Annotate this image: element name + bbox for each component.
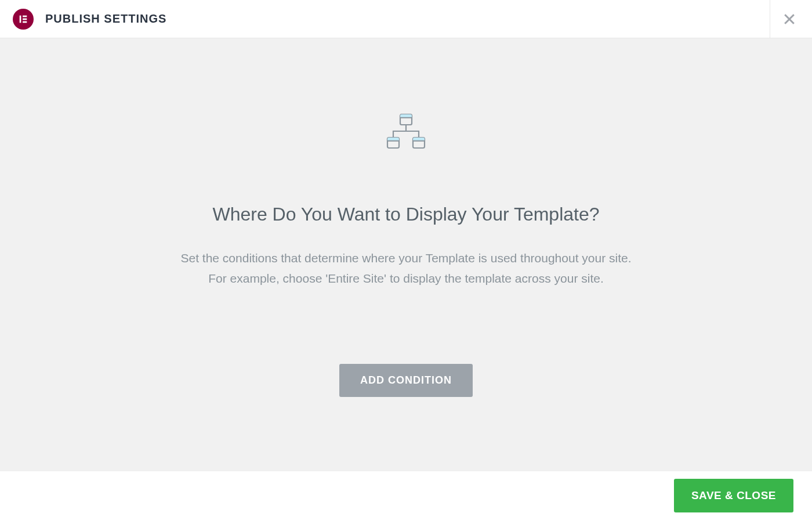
modal-content: Where Do You Want to Display Your Templa…	[0, 38, 812, 471]
save-close-button[interactable]: SAVE & CLOSE	[674, 479, 793, 512]
description-line-2: For example, choose 'Entire Site' to dis…	[208, 272, 604, 285]
svg-rect-3	[23, 21, 27, 23]
close-button-wrap	[770, 0, 812, 38]
content-description: Set the conditions that determine where …	[180, 248, 631, 288]
description-line-1: Set the conditions that determine where …	[180, 251, 631, 265]
svg-rect-2	[23, 18, 27, 20]
hierarchy-icon	[385, 114, 427, 154]
content-heading: Where Do You Want to Display Your Templa…	[212, 204, 599, 225]
close-icon[interactable]	[783, 13, 796, 26]
modal-footer: SAVE & CLOSE	[0, 471, 812, 520]
add-condition-button[interactable]: ADD CONDITION	[339, 364, 473, 397]
elementor-logo-icon	[13, 9, 34, 30]
svg-rect-1	[23, 15, 27, 17]
modal-title: PUBLISH SETTINGS	[45, 12, 166, 26]
modal-header: PUBLISH SETTINGS	[0, 0, 812, 38]
svg-rect-0	[20, 15, 21, 23]
